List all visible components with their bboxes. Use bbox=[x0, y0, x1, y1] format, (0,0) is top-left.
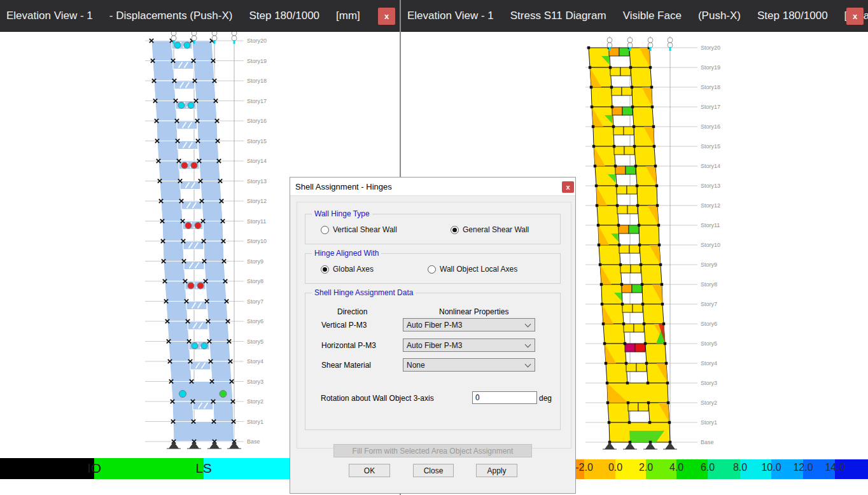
combo-value: None bbox=[407, 361, 425, 370]
story-labels: Story20Story19Story18Story17Story16Story… bbox=[701, 45, 720, 445]
legend-label: 4.0 bbox=[669, 462, 683, 473]
radio-circle-icon[interactable] bbox=[321, 265, 329, 274]
svg-text:Story13: Story13 bbox=[247, 178, 267, 185]
svg-text:Story15: Story15 bbox=[247, 138, 267, 144]
wall-hinge-type-group: Wall Hinge Type Vertical Shear Wall Gene… bbox=[305, 214, 561, 244]
story-labels: Story20Story19Story18Story17Story16Story… bbox=[247, 38, 267, 445]
left-title-step: Step 180/1000 bbox=[249, 10, 319, 22]
stress-scale-legend: -2.00.02.04.06.08.010.012.014.0 bbox=[573, 459, 868, 479]
assignment-data-label: Shell Hinge Assignment Data bbox=[312, 288, 416, 297]
svg-text:Story19: Story19 bbox=[701, 64, 720, 71]
legend-label: 12.0 bbox=[793, 462, 813, 473]
radio-label: Vertical Shear Wall bbox=[333, 225, 397, 234]
svg-text:Story17: Story17 bbox=[701, 104, 720, 110]
right-title-step: Step 180/1000 bbox=[757, 10, 828, 22]
svg-text:Story9: Story9 bbox=[701, 261, 717, 268]
combo-value: Auto Fiber P-M3 bbox=[407, 321, 462, 330]
svg-text:Base: Base bbox=[701, 439, 714, 445]
chevron-down-icon bbox=[526, 362, 531, 367]
svg-text:Story15: Story15 bbox=[701, 143, 720, 150]
apply-button[interactable]: Apply bbox=[476, 464, 517, 477]
left-pane-close-button[interactable]: x bbox=[378, 8, 395, 25]
right-title-result: Stress S11 Diagram bbox=[510, 10, 606, 22]
svg-text:Story4: Story4 bbox=[701, 360, 717, 366]
legend-label: 2.0 bbox=[639, 462, 653, 473]
svg-text:Story20: Story20 bbox=[701, 45, 720, 51]
svg-text:Story7: Story7 bbox=[701, 301, 717, 307]
right-pane-close-button[interactable]: x bbox=[846, 8, 864, 25]
legend-label: IO bbox=[87, 461, 101, 476]
svg-text:Story14: Story14 bbox=[247, 158, 267, 164]
legend-segment bbox=[204, 458, 290, 479]
hinge-aligned-with-label: Hinge Aligned With bbox=[312, 249, 381, 258]
svg-text:Story8: Story8 bbox=[701, 281, 717, 288]
left-title-units: [mm] bbox=[336, 10, 360, 22]
legend-label: -2.0 bbox=[575, 462, 593, 473]
svg-text:Story12: Story12 bbox=[701, 202, 720, 209]
svg-text:Story2: Story2 bbox=[701, 400, 717, 406]
chevron-down-icon bbox=[526, 342, 531, 347]
legend-label: 0.0 bbox=[608, 462, 622, 473]
svg-text:Story6: Story6 bbox=[701, 321, 717, 327]
svg-text:Story18: Story18 bbox=[247, 78, 267, 84]
chevron-down-icon bbox=[526, 322, 531, 327]
radio-circle-icon[interactable] bbox=[451, 226, 459, 234]
shear-material-select[interactable]: None bbox=[403, 358, 535, 372]
svg-text:Story5: Story5 bbox=[701, 340, 717, 347]
svg-text:Story3: Story3 bbox=[247, 379, 263, 385]
svg-text:Story16: Story16 bbox=[701, 123, 720, 130]
legend-segment bbox=[94, 458, 204, 479]
nonlinear-properties-column-header: Nonlinear Properties bbox=[439, 307, 508, 316]
svg-text:Story11: Story11 bbox=[247, 218, 266, 225]
svg-text:Base: Base bbox=[247, 438, 260, 445]
svg-text:Story5: Story5 bbox=[247, 338, 263, 345]
close-button[interactable]: Close bbox=[413, 464, 454, 477]
base-supports bbox=[603, 442, 677, 449]
fill-form-button[interactable]: Fill Form with Selected Area Object Assi… bbox=[333, 444, 532, 457]
wall-hinge-type-label: Wall Hinge Type bbox=[312, 209, 372, 218]
rotation-input[interactable] bbox=[472, 391, 537, 404]
svg-text:Story10: Story10 bbox=[701, 242, 720, 248]
vertical-pm3-label: Vertical P-M3 bbox=[321, 321, 367, 330]
shear-material-label: Shear Material bbox=[321, 361, 371, 370]
svg-text:Story12: Story12 bbox=[247, 198, 267, 204]
svg-text:Story13: Story13 bbox=[701, 183, 720, 189]
radio-general-shear-wall[interactable]: General Shear Wall bbox=[451, 225, 529, 235]
svg-text:Story3: Story3 bbox=[701, 380, 717, 386]
radio-circle-icon[interactable] bbox=[428, 265, 436, 274]
hinge-state-legend: IOLS bbox=[0, 458, 290, 479]
left-title-view: Elevation View - 1 bbox=[6, 10, 93, 22]
rotation-unit-label: deg bbox=[539, 394, 552, 403]
horizontal-pm3-select[interactable]: Auto Fiber P-M3 bbox=[403, 338, 535, 352]
combo-value: Auto Fiber P-M3 bbox=[407, 341, 462, 350]
svg-text:Story4: Story4 bbox=[247, 358, 263, 365]
radio-label: Global Axes bbox=[333, 265, 374, 274]
radio-label: General Shear Wall bbox=[463, 225, 529, 234]
svg-text:Story2: Story2 bbox=[247, 398, 263, 405]
ok-button[interactable]: OK bbox=[349, 464, 390, 477]
left-pane-titlebar: Elevation View - 1 - Displacements (Push… bbox=[0, 0, 400, 32]
radio-circle-icon[interactable] bbox=[321, 226, 329, 234]
svg-text:Story1: Story1 bbox=[247, 419, 263, 425]
application-window: Elevation View - 1 - Displacements (Push… bbox=[0, 0, 868, 495]
radio-wall-object-local-axes[interactable]: Wall Object Local Axes bbox=[428, 264, 517, 274]
right-title-case: (Push-X) bbox=[698, 10, 741, 22]
svg-text:Story1: Story1 bbox=[701, 419, 717, 426]
radio-global-axes[interactable]: Global Axes bbox=[321, 264, 374, 274]
legend-segment bbox=[0, 458, 94, 479]
legend-label: LS bbox=[195, 461, 212, 476]
base-supports bbox=[167, 442, 241, 449]
svg-text:Story10: Story10 bbox=[247, 238, 267, 244]
svg-text:Story20: Story20 bbox=[247, 38, 267, 44]
rotation-label: Rotation about Wall Object 3-axis bbox=[321, 394, 434, 403]
right-title-face: Visible Face bbox=[623, 10, 682, 22]
dialog-close-button[interactable]: x bbox=[562, 181, 574, 193]
svg-text:Story18: Story18 bbox=[701, 84, 720, 90]
radio-vertical-shear-wall[interactable]: Vertical Shear Wall bbox=[321, 225, 397, 235]
right-title-view: Elevation View - 1 bbox=[407, 10, 494, 22]
direction-column-header: Direction bbox=[337, 307, 367, 316]
shell-assignment-hinges-dialog: Shell Assignment - Hinges x Wall Hinge T… bbox=[290, 177, 576, 494]
radio-label: Wall Object Local Axes bbox=[440, 265, 517, 274]
vertical-pm3-select[interactable]: Auto Fiber P-M3 bbox=[403, 318, 535, 331]
legend-label: 6.0 bbox=[701, 462, 715, 473]
